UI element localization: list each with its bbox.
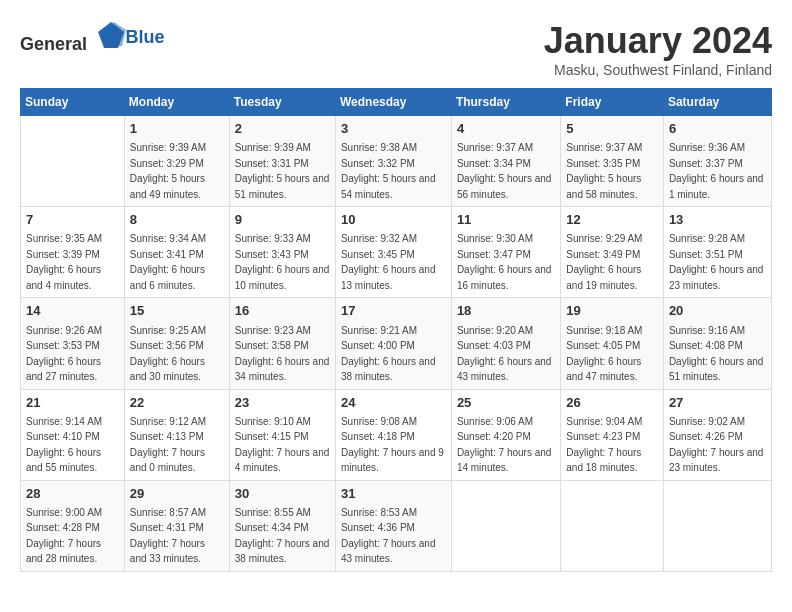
day-number: 20	[669, 302, 766, 320]
day-info: Sunrise: 9:32 AMSunset: 3:45 PMDaylight:…	[341, 233, 436, 291]
calendar-cell: 28 Sunrise: 9:00 AMSunset: 4:28 PMDaylig…	[21, 480, 125, 571]
header-day-sunday: Sunday	[21, 89, 125, 116]
day-info: Sunrise: 9:04 AMSunset: 4:23 PMDaylight:…	[566, 416, 642, 474]
day-number: 23	[235, 394, 330, 412]
header-day-thursday: Thursday	[451, 89, 560, 116]
header-day-wednesday: Wednesday	[335, 89, 451, 116]
day-number: 24	[341, 394, 446, 412]
day-number: 7	[26, 211, 119, 229]
day-info: Sunrise: 9:18 AMSunset: 4:05 PMDaylight:…	[566, 325, 642, 383]
day-number: 5	[566, 120, 658, 138]
calendar-cell: 4 Sunrise: 9:37 AMSunset: 3:34 PMDayligh…	[451, 116, 560, 207]
calendar-cell: 25 Sunrise: 9:06 AMSunset: 4:20 PMDaylig…	[451, 389, 560, 480]
logo: General Blue	[20, 20, 165, 55]
calendar-cell	[21, 116, 125, 207]
header-day-tuesday: Tuesday	[229, 89, 335, 116]
calendar-cell: 31 Sunrise: 8:53 AMSunset: 4:36 PMDaylig…	[335, 480, 451, 571]
header-day-saturday: Saturday	[663, 89, 771, 116]
day-info: Sunrise: 8:53 AMSunset: 4:36 PMDaylight:…	[341, 507, 436, 565]
header-day-friday: Friday	[561, 89, 664, 116]
calendar-cell	[451, 480, 560, 571]
day-number: 22	[130, 394, 224, 412]
day-info: Sunrise: 9:33 AMSunset: 3:43 PMDaylight:…	[235, 233, 330, 291]
day-number: 25	[457, 394, 555, 412]
calendar-week-row: 1 Sunrise: 9:39 AMSunset: 3:29 PMDayligh…	[21, 116, 772, 207]
calendar-week-row: 7 Sunrise: 9:35 AMSunset: 3:39 PMDayligh…	[21, 207, 772, 298]
calendar-cell: 17 Sunrise: 9:21 AMSunset: 4:00 PMDaylig…	[335, 298, 451, 389]
calendar-table: SundayMondayTuesdayWednesdayThursdayFrid…	[20, 88, 772, 572]
day-info: Sunrise: 9:36 AMSunset: 3:37 PMDaylight:…	[669, 142, 764, 200]
day-number: 31	[341, 485, 446, 503]
calendar-cell: 15 Sunrise: 9:25 AMSunset: 3:56 PMDaylig…	[124, 298, 229, 389]
day-info: Sunrise: 9:02 AMSunset: 4:26 PMDaylight:…	[669, 416, 764, 474]
day-info: Sunrise: 8:57 AMSunset: 4:31 PMDaylight:…	[130, 507, 206, 565]
day-info: Sunrise: 9:37 AMSunset: 3:35 PMDaylight:…	[566, 142, 642, 200]
day-info: Sunrise: 9:16 AMSunset: 4:08 PMDaylight:…	[669, 325, 764, 383]
calendar-cell: 13 Sunrise: 9:28 AMSunset: 3:51 PMDaylig…	[663, 207, 771, 298]
calendar-cell: 24 Sunrise: 9:08 AMSunset: 4:18 PMDaylig…	[335, 389, 451, 480]
day-number: 2	[235, 120, 330, 138]
day-number: 29	[130, 485, 224, 503]
day-info: Sunrise: 9:34 AMSunset: 3:41 PMDaylight:…	[130, 233, 206, 291]
calendar-cell: 23 Sunrise: 9:10 AMSunset: 4:15 PMDaylig…	[229, 389, 335, 480]
calendar-cell: 7 Sunrise: 9:35 AMSunset: 3:39 PMDayligh…	[21, 207, 125, 298]
calendar-week-row: 21 Sunrise: 9:14 AMSunset: 4:10 PMDaylig…	[21, 389, 772, 480]
day-info: Sunrise: 9:39 AMSunset: 3:29 PMDaylight:…	[130, 142, 206, 200]
day-info: Sunrise: 9:10 AMSunset: 4:15 PMDaylight:…	[235, 416, 330, 474]
day-number: 13	[669, 211, 766, 229]
day-number: 9	[235, 211, 330, 229]
calendar-cell: 29 Sunrise: 8:57 AMSunset: 4:31 PMDaylig…	[124, 480, 229, 571]
calendar-cell	[561, 480, 664, 571]
logo-icon	[96, 20, 126, 50]
day-number: 11	[457, 211, 555, 229]
day-number: 1	[130, 120, 224, 138]
day-info: Sunrise: 9:26 AMSunset: 3:53 PMDaylight:…	[26, 325, 102, 383]
day-info: Sunrise: 9:20 AMSunset: 4:03 PMDaylight:…	[457, 325, 552, 383]
day-number: 21	[26, 394, 119, 412]
day-info: Sunrise: 9:35 AMSunset: 3:39 PMDaylight:…	[26, 233, 102, 291]
day-info: Sunrise: 9:14 AMSunset: 4:10 PMDaylight:…	[26, 416, 102, 474]
calendar-cell: 20 Sunrise: 9:16 AMSunset: 4:08 PMDaylig…	[663, 298, 771, 389]
day-number: 14	[26, 302, 119, 320]
calendar-cell: 27 Sunrise: 9:02 AMSunset: 4:26 PMDaylig…	[663, 389, 771, 480]
calendar-cell: 30 Sunrise: 8:55 AMSunset: 4:34 PMDaylig…	[229, 480, 335, 571]
day-number: 3	[341, 120, 446, 138]
calendar-header-row: SundayMondayTuesdayWednesdayThursdayFrid…	[21, 89, 772, 116]
day-info: Sunrise: 9:30 AMSunset: 3:47 PMDaylight:…	[457, 233, 552, 291]
title-area: January 2024 Masku, Southwest Finland, F…	[544, 20, 772, 78]
day-number: 6	[669, 120, 766, 138]
calendar-cell: 26 Sunrise: 9:04 AMSunset: 4:23 PMDaylig…	[561, 389, 664, 480]
location-subtitle: Masku, Southwest Finland, Finland	[544, 62, 772, 78]
day-info: Sunrise: 9:25 AMSunset: 3:56 PMDaylight:…	[130, 325, 206, 383]
calendar-cell: 22 Sunrise: 9:12 AMSunset: 4:13 PMDaylig…	[124, 389, 229, 480]
calendar-cell: 21 Sunrise: 9:14 AMSunset: 4:10 PMDaylig…	[21, 389, 125, 480]
header-day-monday: Monday	[124, 89, 229, 116]
calendar-cell: 6 Sunrise: 9:36 AMSunset: 3:37 PMDayligh…	[663, 116, 771, 207]
day-number: 28	[26, 485, 119, 503]
day-number: 17	[341, 302, 446, 320]
calendar-cell: 8 Sunrise: 9:34 AMSunset: 3:41 PMDayligh…	[124, 207, 229, 298]
calendar-cell: 19 Sunrise: 9:18 AMSunset: 4:05 PMDaylig…	[561, 298, 664, 389]
month-title: January 2024	[544, 20, 772, 62]
day-info: Sunrise: 9:38 AMSunset: 3:32 PMDaylight:…	[341, 142, 436, 200]
day-number: 12	[566, 211, 658, 229]
header: General Blue January 2024 Masku, Southwe…	[20, 20, 772, 78]
day-info: Sunrise: 9:28 AMSunset: 3:51 PMDaylight:…	[669, 233, 764, 291]
day-info: Sunrise: 9:39 AMSunset: 3:31 PMDaylight:…	[235, 142, 330, 200]
day-number: 18	[457, 302, 555, 320]
day-info: Sunrise: 9:08 AMSunset: 4:18 PMDaylight:…	[341, 416, 444, 474]
day-info: Sunrise: 8:55 AMSunset: 4:34 PMDaylight:…	[235, 507, 330, 565]
day-number: 30	[235, 485, 330, 503]
day-info: Sunrise: 9:37 AMSunset: 3:34 PMDaylight:…	[457, 142, 552, 200]
day-number: 10	[341, 211, 446, 229]
day-info: Sunrise: 9:12 AMSunset: 4:13 PMDaylight:…	[130, 416, 206, 474]
day-number: 19	[566, 302, 658, 320]
calendar-cell: 18 Sunrise: 9:20 AMSunset: 4:03 PMDaylig…	[451, 298, 560, 389]
day-number: 16	[235, 302, 330, 320]
day-info: Sunrise: 9:21 AMSunset: 4:00 PMDaylight:…	[341, 325, 436, 383]
calendar-cell: 5 Sunrise: 9:37 AMSunset: 3:35 PMDayligh…	[561, 116, 664, 207]
calendar-cell: 12 Sunrise: 9:29 AMSunset: 3:49 PMDaylig…	[561, 207, 664, 298]
day-number: 8	[130, 211, 224, 229]
calendar-cell: 10 Sunrise: 9:32 AMSunset: 3:45 PMDaylig…	[335, 207, 451, 298]
calendar-cell: 9 Sunrise: 9:33 AMSunset: 3:43 PMDayligh…	[229, 207, 335, 298]
